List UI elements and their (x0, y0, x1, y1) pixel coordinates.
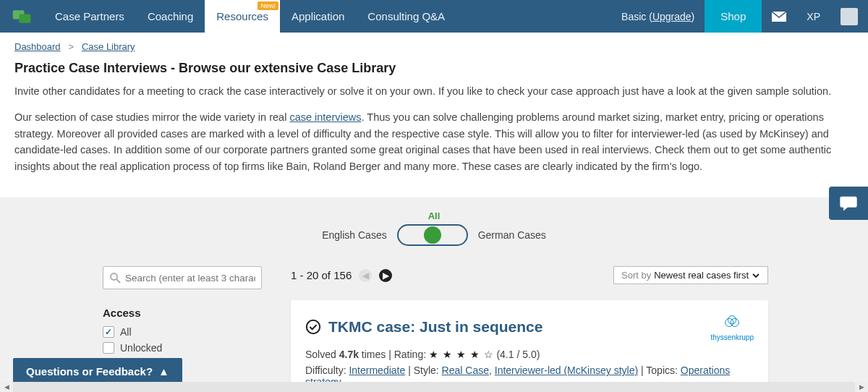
user-avatar[interactable] (830, 0, 868, 33)
nav-case-partners[interactable]: Case Partners (43, 0, 136, 33)
plan-label: Basic (621, 11, 646, 22)
horizontal-scrollbar[interactable]: ◀ ▶ (0, 382, 868, 392)
breadcrumb-case-library[interactable]: Case Library (82, 41, 135, 52)
nav-resources-label: Resources (216, 10, 268, 22)
case-title-link[interactable]: TKMC case: Just in sequence (328, 318, 542, 336)
facet-unlocked-label: Unlocked (120, 342, 162, 354)
sort-value: Newest real cases first (654, 270, 749, 281)
nav-shop[interactable]: Shop (705, 0, 762, 33)
nav-coaching[interactable]: Coaching (136, 0, 205, 33)
triangle-up-icon: ▲ (158, 365, 169, 378)
scrollbar-track[interactable]: ◀ ▶ (0, 382, 868, 392)
switch-knob (424, 226, 441, 244)
nav-right: Basic (Upgrade) Shop XP (611, 0, 868, 33)
search-input[interactable] (125, 273, 255, 284)
scroll-right-btn[interactable]: ▶ (855, 382, 868, 392)
case-meta-solved: Solved 4.7k times | Rating: ★ ★ ★ ★ ☆ (4… (305, 349, 754, 360)
facet-access-unlocked[interactable]: Unlocked (103, 342, 262, 354)
verified-icon (305, 319, 321, 335)
rating-text: (4.1 / 5.0) (494, 349, 540, 360)
facet-access-all[interactable]: All (103, 326, 262, 338)
language-toggle-row: All English Cases German Cases (14, 210, 854, 246)
avatar-icon (841, 8, 858, 25)
pager: 1 - 20 of 156 ◀ ▶ (291, 269, 392, 282)
nav-resources[interactable]: Resources New! (205, 0, 280, 33)
difficulty-link[interactable]: Intermediate (349, 365, 405, 376)
company-logo-text: thyssenkrupp (711, 333, 754, 341)
svg-point-5 (307, 320, 320, 333)
language-toggle: English Cases German Cases (14, 224, 854, 246)
breadcrumb-dashboard[interactable]: Dashboard (14, 41, 61, 52)
pager-prev[interactable]: ◀ (359, 269, 372, 282)
style-mckinsey-link[interactable]: Interviewer-led (McKinsey style) (495, 365, 638, 376)
messages-icon[interactable] (762, 0, 796, 33)
chat-icon (838, 193, 859, 213)
toggle-english-label[interactable]: English Cases (322, 229, 387, 241)
checkbox-unlocked[interactable] (103, 342, 114, 354)
svg-point-3 (111, 273, 117, 280)
checkbox-all[interactable] (103, 326, 114, 338)
brand-logo[interactable] (0, 0, 43, 33)
language-switch[interactable] (397, 224, 468, 246)
style-real-case-link[interactable]: Real Case (442, 365, 489, 376)
list-header: 1 - 20 of 156 ◀ ▶ Sort by Newest real ca… (291, 266, 768, 284)
upgrade-link[interactable]: Upgrade (652, 11, 692, 22)
top-nav: Case Partners Coaching Resources New! Ap… (0, 0, 868, 33)
results-column: 1 - 20 of 156 ◀ ▶ Sort by Newest real ca… (291, 266, 768, 392)
toggle-all-label[interactable]: All (14, 210, 854, 221)
xp-label[interactable]: XP (796, 0, 830, 33)
breadcrumb: Dashboard > Case Library (14, 41, 854, 52)
case-card: TKMC case: Just in sequence thyssenkrupp… (291, 300, 768, 392)
pager-next[interactable]: ▶ (379, 269, 392, 282)
content-header: Dashboard > Case Library Practice Case I… (0, 33, 868, 197)
search-box[interactable] (103, 266, 262, 289)
svg-rect-1 (20, 14, 31, 22)
chat-fab[interactable] (829, 187, 868, 220)
scroll-left-btn[interactable]: ◀ (0, 382, 13, 392)
plan-upgrade[interactable]: Basic (Upgrade) (611, 0, 705, 33)
nav-application[interactable]: Application (280, 0, 356, 33)
new-badge: New! (258, 1, 278, 10)
facet-access-title: Access (103, 307, 262, 319)
sort-label: Sort by (621, 270, 651, 281)
company-logo[interactable]: thyssenkrupp (711, 312, 754, 341)
sort-dropdown[interactable]: Sort by Newest real cases first (613, 266, 768, 284)
rating-stars: ★ ★ ★ ★ ☆ (429, 349, 494, 360)
case-head: TKMC case: Just in sequence thyssenkrupp (305, 312, 754, 341)
toggle-german-label[interactable]: German Cases (478, 229, 546, 241)
intro-text: Invite other candidates for a meeting to… (14, 83, 854, 174)
facet-all-label: All (120, 326, 132, 338)
feedback-button[interactable]: Questions or Feedback? ▲ (13, 358, 182, 385)
nav-items: Case Partners Coaching Resources New! Ap… (43, 0, 611, 33)
svg-line-4 (116, 279, 120, 283)
case-interviews-link[interactable]: case interviews (289, 111, 361, 123)
pager-range: 1 - 20 of 156 (291, 269, 352, 281)
feedback-label: Questions or Feedback? (26, 365, 153, 378)
page-title: Practice Case Interviews - Browse our ex… (14, 61, 854, 76)
chevron-down-icon (752, 271, 760, 280)
nav-consulting-qa[interactable]: Consulting Q&A (356, 0, 456, 33)
solved-count: 4.7k (339, 349, 359, 360)
search-icon (109, 272, 121, 284)
intro-p2: Our selection of case studies mirror the… (14, 109, 854, 174)
intro-p1: Invite other candidates for a meeting to… (14, 83, 854, 99)
